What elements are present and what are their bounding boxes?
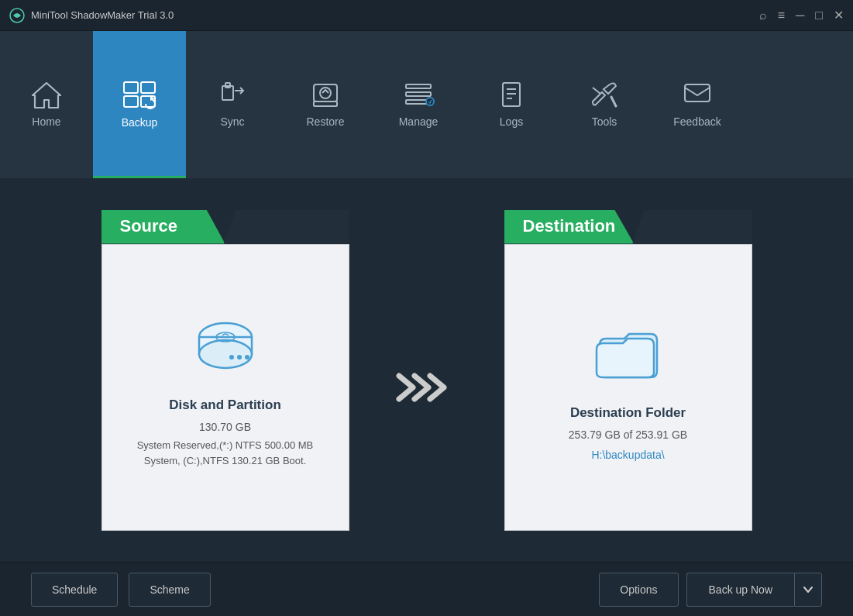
chevron-down-icon bbox=[803, 587, 813, 593]
svg-rect-20 bbox=[685, 84, 710, 102]
destination-header-label: Destination bbox=[504, 210, 635, 244]
nav-bar: Home Backup Sync bbox=[0, 31, 853, 178]
source-title: Disk and Partition bbox=[169, 397, 281, 413]
feedback-icon bbox=[681, 80, 714, 109]
source-card-header: Source bbox=[101, 210, 349, 244]
bottom-right-buttons: Options Back up Now bbox=[599, 573, 822, 607]
svg-rect-11 bbox=[406, 92, 431, 96]
svg-rect-1 bbox=[124, 82, 138, 93]
nav-item-sync[interactable]: Sync bbox=[186, 31, 279, 178]
main-content: Source Disk and Partitio bbox=[0, 178, 853, 562]
source-size: 130.70 GB bbox=[199, 421, 251, 433]
search-button[interactable]: ⌕ bbox=[759, 9, 767, 22]
source-card: Source Disk and Partitio bbox=[101, 210, 349, 531]
close-button[interactable]: ✕ bbox=[834, 9, 844, 22]
svg-rect-2 bbox=[141, 82, 155, 93]
nav-item-backup[interactable]: Backup bbox=[93, 31, 186, 178]
svg-point-13 bbox=[426, 98, 434, 105]
nav-label-tools: Tools bbox=[592, 115, 617, 128]
nav-label-logs: Logs bbox=[500, 115, 523, 128]
nav-item-manage[interactable]: Manage bbox=[372, 31, 465, 178]
destination-size: 253.79 GB of 253.91 GB bbox=[569, 428, 687, 441]
maximize-button[interactable]: □ bbox=[815, 9, 823, 22]
destination-card-body[interactable]: Destination Folder 253.79 GB of 253.91 G… bbox=[504, 244, 752, 531]
svg-rect-9 bbox=[314, 102, 337, 106]
destination-path: H:\backupdata\ bbox=[591, 449, 664, 461]
sync-icon bbox=[218, 80, 247, 109]
nav-item-feedback[interactable]: Feedback bbox=[651, 31, 744, 178]
backup-now-dropdown-button[interactable] bbox=[794, 573, 822, 607]
nav-item-home[interactable]: Home bbox=[0, 31, 93, 178]
destination-card: Destination Destination Folder 253.79 GB… bbox=[504, 210, 752, 531]
source-header-tab bbox=[224, 210, 349, 244]
app-logo-icon bbox=[9, 8, 25, 23]
nav-label-sync: Sync bbox=[220, 115, 244, 128]
arrow-container bbox=[396, 368, 458, 407]
destination-card-header: Destination bbox=[504, 210, 752, 244]
app-title: MiniTool ShadowMaker Trial 3.0 bbox=[31, 9, 174, 21]
options-button[interactable]: Options bbox=[599, 573, 678, 607]
nav-item-logs[interactable]: Logs bbox=[465, 31, 558, 178]
schedule-button[interactable]: Schedule bbox=[31, 573, 118, 607]
svg-rect-10 bbox=[406, 84, 431, 88]
title-left: MiniTool ShadowMaker Trial 3.0 bbox=[9, 8, 174, 23]
svg-point-25 bbox=[237, 355, 242, 360]
destination-header-tab bbox=[632, 210, 752, 244]
svg-point-23 bbox=[199, 340, 252, 368]
source-detail: System Reserved,(*:) NTFS 500.00 MB Syst… bbox=[118, 438, 333, 468]
svg-point-24 bbox=[229, 355, 234, 360]
nav-item-tools[interactable]: Tools bbox=[558, 31, 651, 178]
logs-icon bbox=[497, 80, 526, 109]
svg-point-26 bbox=[245, 355, 249, 360]
title-controls: ⌕ ≡ ─ □ ✕ bbox=[759, 9, 844, 22]
svg-rect-3 bbox=[124, 96, 138, 107]
home-icon bbox=[30, 80, 63, 109]
svg-line-19 bbox=[593, 88, 600, 94]
backup-now-button[interactable]: Back up Now bbox=[686, 573, 794, 607]
source-header-label: Source bbox=[101, 210, 225, 244]
bottom-bar: Schedule Scheme Options Back up Now bbox=[0, 562, 853, 616]
nav-label-backup: Backup bbox=[122, 116, 158, 129]
nav-item-restore[interactable]: Restore bbox=[279, 31, 372, 178]
nav-label-home: Home bbox=[32, 115, 60, 128]
backup-icon bbox=[121, 79, 158, 110]
restore-icon bbox=[309, 80, 342, 109]
nav-label-feedback: Feedback bbox=[673, 115, 721, 128]
title-bar: MiniTool ShadowMaker Trial 3.0 ⌕ ≡ ─ □ ✕ bbox=[0, 0, 853, 31]
bottom-left-buttons: Schedule Scheme bbox=[31, 573, 211, 607]
folder-icon bbox=[593, 322, 663, 384]
nav-label-restore: Restore bbox=[306, 115, 344, 128]
scheme-button[interactable]: Scheme bbox=[129, 573, 210, 607]
tools-icon bbox=[588, 80, 621, 109]
destination-title: Destination Folder bbox=[570, 405, 686, 421]
svg-line-18 bbox=[611, 97, 616, 106]
manage-icon bbox=[402, 80, 435, 109]
minimize-button[interactable]: ─ bbox=[796, 9, 804, 22]
source-card-body[interactable]: Disk and Partition 130.70 GB System Rese… bbox=[101, 244, 349, 531]
disk-icon bbox=[187, 314, 264, 376]
menu-button[interactable]: ≡ bbox=[778, 9, 785, 22]
nav-label-manage: Manage bbox=[399, 115, 439, 128]
